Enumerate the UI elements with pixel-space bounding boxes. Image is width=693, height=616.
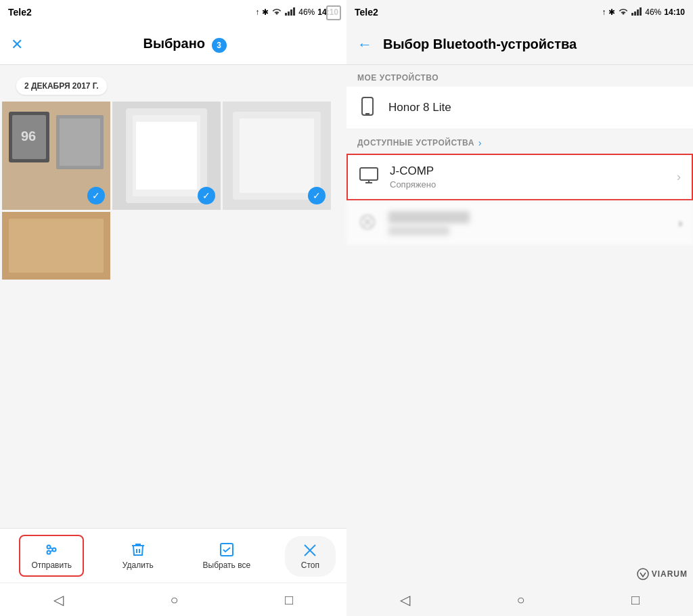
signal-icon-left	[285, 7, 296, 18]
top-bar-right: ← Выбор Bluetooth-устройства	[346, 24, 693, 65]
svg-rect-34	[362, 97, 373, 115]
jcomp-device-status: Сопряжено	[390, 179, 666, 190]
svg-rect-0	[285, 13, 287, 16]
jcomp-device-item[interactable]: J-COMP Сопряжено ›	[346, 154, 693, 200]
wifi-icon-right	[618, 7, 629, 18]
bluetooth-icon-right: ✱	[608, 7, 615, 17]
carrier-right: Tele2	[355, 7, 378, 18]
blurred-device-item[interactable]: ›	[346, 202, 693, 246]
my-device-info: Honor 8 Lite	[388, 101, 682, 114]
jcomp-device-name: J-COMP	[390, 164, 666, 178]
svg-rect-18	[9, 219, 104, 273]
photo-item-4[interactable]	[2, 212, 110, 280]
select-all-button[interactable]: Выбрать все	[192, 536, 262, 575]
signal-icon-right	[631, 7, 642, 18]
svg-rect-2	[290, 9, 292, 16]
nav-bar-left: ◁ ○ □	[0, 584, 346, 616]
svg-rect-1	[288, 12, 290, 16]
photo-item-1[interactable]: 96 ✓	[2, 102, 110, 210]
bluetooth-icon-left: ✱	[262, 7, 269, 17]
photo-item-3[interactable]: ✓	[223, 102, 331, 210]
section-chevron-icon: ›	[478, 137, 482, 148]
svg-line-23	[51, 550, 53, 552]
send-label: Отправить	[31, 560, 72, 570]
svg-point-20	[53, 548, 56, 551]
nav-back-right[interactable]: ◁	[400, 592, 410, 608]
stop-label: Стоп	[301, 560, 319, 570]
close-icon[interactable]: ✕	[11, 36, 23, 53]
phone-icon	[357, 96, 378, 119]
blurred-device-name	[388, 211, 470, 223]
right-panel: Tele2 ↑ ✱ 46% 14:10 ← Выбор Bluetooth-ус…	[346, 0, 693, 616]
top-bar-left: ✕ Выбрано 3	[0, 24, 346, 65]
my-device-item[interactable]: Honor 8 Lite	[346, 87, 693, 129]
send-button[interactable]: Отправить	[19, 535, 84, 577]
nav-recents-right[interactable]: □	[631, 592, 640, 608]
nav-home-right[interactable]: ○	[516, 592, 524, 608]
svg-rect-3	[293, 7, 295, 16]
my-device-section-header: МОЕ УСТРОЙСТВО	[346, 65, 693, 87]
select-all-checkbox[interactable]	[326, 5, 341, 20]
checkbox-1[interactable]: ✓	[87, 187, 105, 204]
photo-grid: 96 ✓ ✓	[0, 102, 346, 210]
page-title-left: Выбрано 3	[34, 36, 336, 53]
nav-recents-left[interactable]: □	[285, 592, 293, 608]
jcomp-device-info: J-COMP Сопряжено	[390, 164, 666, 190]
upload-icon-right: ↑	[602, 7, 606, 17]
date-label: 2 ДЕКАБРЯ 2017 Г.	[16, 77, 107, 95]
battery-left: 46%	[298, 7, 315, 17]
checkbox-2[interactable]: ✓	[198, 187, 215, 204]
svg-point-21	[47, 550, 51, 554]
svg-line-22	[51, 548, 53, 549]
svg-point-19	[47, 545, 51, 548]
delete-button[interactable]: Удалить	[112, 536, 164, 575]
photo-bg-4	[2, 212, 110, 280]
page-title-right: Выбор Bluetooth-устройства	[383, 37, 682, 52]
svg-rect-13	[136, 122, 197, 190]
watermark: VIARUM	[636, 567, 688, 581]
photo-row-2	[0, 212, 346, 280]
blurred-device-icon	[357, 212, 378, 235]
upload-icon-left: ↑	[255, 7, 259, 17]
nav-back-left[interactable]: ◁	[53, 592, 64, 608]
blurred-device-info	[388, 211, 668, 236]
status-icons-right: ↑ ✱ 46% 14:10	[602, 7, 685, 18]
svg-rect-33	[640, 7, 642, 16]
watermark-text: VIARUM	[652, 569, 688, 579]
monitor-icon	[359, 167, 379, 188]
wifi-icon-left	[271, 7, 282, 18]
svg-rect-32	[637, 9, 639, 16]
svg-point-40	[638, 569, 648, 579]
carrier-left: Tele2	[8, 7, 32, 18]
svg-rect-9	[60, 118, 100, 166]
selection-badge: 3	[212, 38, 227, 53]
status-bar-right: Tele2 ↑ ✱ 46% 14:10	[346, 0, 693, 24]
available-section-label: ДОСТУПНЫЕ УСТРОЙСТВА	[357, 138, 474, 148]
nav-home-left[interactable]: ○	[170, 592, 178, 608]
jcomp-chevron-icon: ›	[677, 170, 681, 184]
nav-bar-right: ◁ ○ □	[346, 584, 693, 616]
svg-rect-30	[631, 13, 633, 16]
checkbox-3[interactable]: ✓	[308, 187, 326, 204]
back-icon-right[interactable]: ←	[357, 36, 372, 53]
left-panel: Tele2 ↑ ✱ 46% 14:10 ✕ Выбрано 3	[0, 0, 346, 616]
time-right: 14:10	[664, 7, 685, 17]
select-all-label: Выбрать все	[203, 560, 251, 570]
svg-text:96: 96	[21, 129, 36, 144]
stop-button[interactable]: Стоп	[285, 536, 336, 577]
svg-rect-16	[240, 118, 314, 193]
svg-rect-36	[360, 168, 378, 180]
battery-right: 46%	[645, 7, 661, 17]
my-device-name: Honor 8 Lite	[388, 101, 682, 114]
svg-rect-31	[634, 12, 636, 16]
photo-item-2[interactable]: ✓	[112, 102, 221, 210]
available-section-header: ДОСТУПНЫЕ УСТРОЙСТВА ›	[346, 129, 693, 152]
status-bar-left: Tele2 ↑ ✱ 46% 14:10	[0, 0, 346, 24]
blurred-device-status	[388, 226, 449, 236]
blurred-chevron-icon: ›	[679, 217, 682, 229]
date-section: 2 ДЕКАБРЯ 2017 Г.	[0, 65, 346, 102]
delete-label: Удалить	[122, 560, 154, 570]
